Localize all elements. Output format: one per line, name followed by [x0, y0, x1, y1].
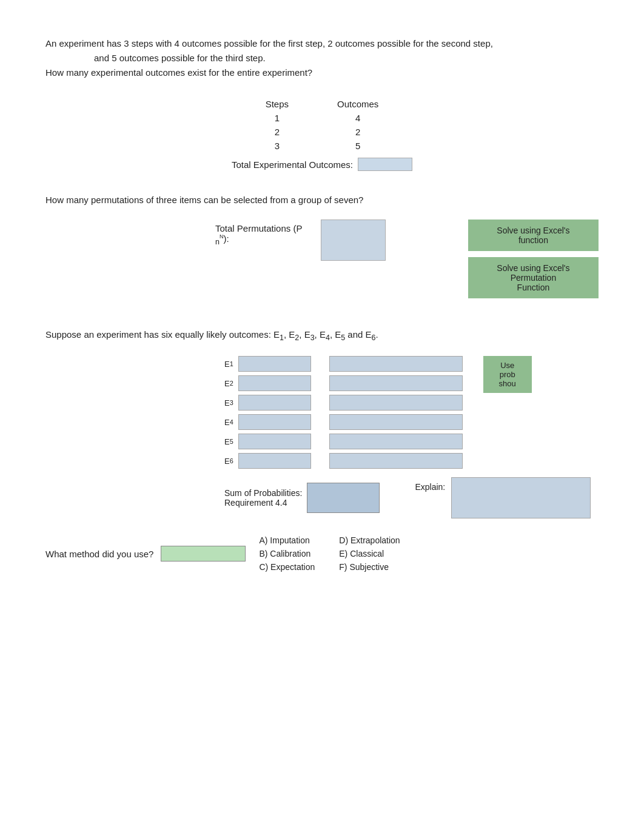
prob-input-5[interactable]	[238, 434, 311, 449]
prob-right-input-4[interactable]	[329, 414, 463, 430]
e3-sub: 3	[310, 334, 315, 342]
prob-input-1[interactable]	[238, 356, 311, 372]
e3-label: E3	[224, 395, 233, 411]
prob-right-col	[329, 356, 463, 469]
perm-label: Total Permutations (P nN):	[215, 223, 311, 246]
total-label: Total Experimental Outcomes:	[232, 159, 353, 170]
question-1-text: An experiment has 3 steps with 4 outcome…	[45, 36, 599, 80]
e5-sub: 5	[341, 334, 345, 342]
perm-sup: N	[220, 233, 224, 240]
e2-sub: 2	[295, 334, 299, 342]
outcome-3: 5	[313, 139, 403, 153]
prob-input-2[interactable]	[238, 375, 311, 391]
e4-label: E4	[224, 414, 233, 430]
section-2: How many permutations of three items can…	[45, 193, 599, 298]
outcome-1: 4	[313, 111, 403, 125]
step-1: 1	[241, 111, 313, 125]
method-col-2: D) Extrapolation E) Classical F) Subject…	[339, 535, 400, 572]
table-row: 1 4	[241, 111, 403, 125]
prob-inputs-col	[238, 356, 311, 469]
method-options: A) Imputation B) Calibration C) Expectat…	[259, 535, 400, 572]
step-2: 2	[241, 125, 313, 139]
q1-line1: An experiment has 3 steps with 4 outcome…	[45, 38, 493, 49]
total-row: Total Experimental Outcomes:	[232, 158, 412, 171]
sum-label: Sum of Probabilities:	[224, 488, 302, 498]
explain-input[interactable]	[451, 477, 591, 518]
e4-sub: 4	[326, 334, 330, 342]
and-text: and	[347, 329, 363, 340]
option-d: D) Extrapolation	[339, 535, 400, 545]
req-label: Requirement 4.4	[224, 498, 302, 508]
steps-outcomes-table: Steps Outcomes 1 4 2 2 3 5	[45, 91, 599, 171]
method-row: What method did you use? A) Imputation B…	[45, 535, 599, 572]
e1-sub: 1	[280, 334, 284, 342]
outcome-2: 2	[313, 125, 403, 139]
prob-right-input-6[interactable]	[329, 453, 463, 469]
solve-permutation-function-button[interactable]: Solve using Excel's Permutation Function	[468, 257, 599, 298]
sum-input[interactable]	[307, 483, 380, 513]
q1-line2: and 5 outcomes possible for the third st…	[94, 53, 266, 63]
prob-input-6[interactable]	[238, 453, 311, 469]
prob-right-input-1[interactable]	[329, 356, 463, 372]
question-2-text: How many permutations of three items can…	[45, 193, 599, 207]
option-a: A) Imputation	[259, 535, 315, 545]
e5-label: E5	[224, 434, 233, 449]
e2-label: E2	[224, 375, 233, 391]
total-input[interactable]	[358, 158, 412, 171]
col-outcomes: Outcomes	[313, 97, 403, 111]
q1-line3: How many experimental outcomes exist for…	[45, 67, 312, 78]
prob-input-3[interactable]	[238, 395, 311, 411]
option-e: E) Classical	[339, 549, 400, 558]
e6-label: E6	[224, 453, 233, 469]
solve-excel-function-button[interactable]: Solve using Excel's function	[468, 220, 599, 251]
method-input[interactable]	[161, 546, 246, 562]
explain-label: Explain:	[415, 482, 445, 492]
table-row: 2 2	[241, 125, 403, 139]
section-3: Suppose an experiment has six equally li…	[45, 327, 599, 572]
prob-labels-col: E1 E2 E3 E4 E5 E6	[224, 356, 233, 469]
option-f: F) Subjective	[339, 562, 400, 572]
method-label: What method did you use?	[45, 549, 153, 559]
question-3-text: Suppose an experiment has six equally li…	[45, 327, 599, 344]
prob-input-4[interactable]	[238, 414, 311, 430]
e6-sub: 6	[372, 334, 376, 342]
e1-label: E1	[224, 356, 233, 372]
table-row: 3 5	[241, 139, 403, 153]
prob-right-input-5[interactable]	[329, 434, 463, 449]
section-1: An experiment has 3 steps with 4 outcome…	[45, 36, 599, 171]
step-3: 3	[241, 139, 313, 153]
perm-input[interactable]	[321, 220, 386, 261]
prob-right-input-2[interactable]	[329, 375, 463, 391]
method-col-1: A) Imputation B) Calibration C) Expectat…	[259, 535, 315, 572]
col-steps: Steps	[241, 97, 313, 111]
prob-right-input-3[interactable]	[329, 395, 463, 411]
perm-sub: n	[215, 238, 220, 246]
option-c: C) Expectation	[259, 562, 315, 572]
use-prob-button[interactable]: Use prob shou	[483, 356, 532, 393]
option-b: B) Calibration	[259, 549, 315, 558]
